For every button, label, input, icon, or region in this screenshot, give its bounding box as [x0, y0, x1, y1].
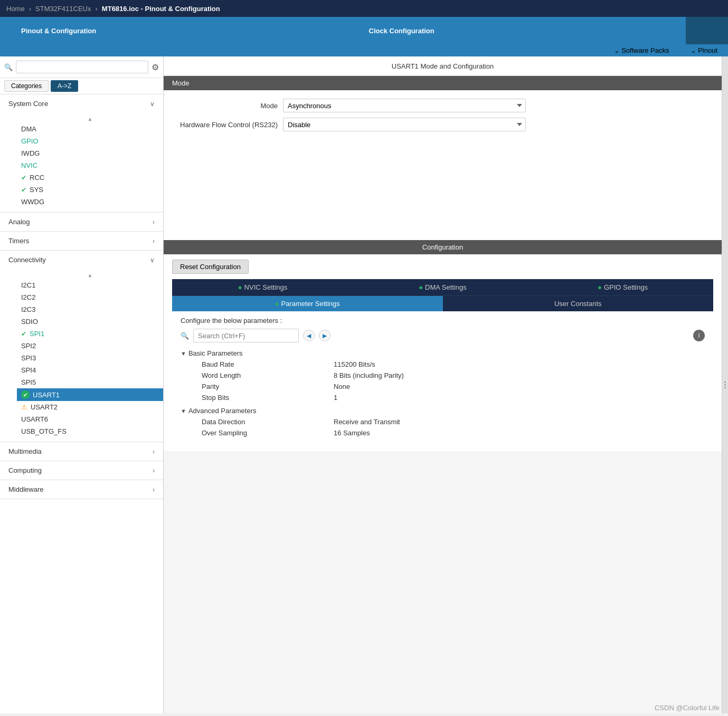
- check-icon-spi1: ✔: [21, 330, 26, 338]
- check-icon-sys: ✔: [21, 186, 26, 194]
- software-packs-link[interactable]: ⌄ Software Packs: [614, 46, 669, 54]
- basic-params-group: ▼ Basic Parameters Baud Rate 115200 Bits…: [181, 348, 705, 403]
- sidebar-item-spi5[interactable]: SPI5: [17, 376, 163, 388]
- mode-select[interactable]: Asynchronous Synchronous: [283, 99, 526, 112]
- warn-icon-usart2: ⚠: [21, 403, 27, 411]
- param-parity: Parity None: [181, 381, 705, 392]
- sidebar-item-nvic[interactable]: NVIC: [17, 159, 163, 171]
- settings-tabs-row1: ● NVIC Settings ● DMA Settings ● GPIO Se…: [172, 279, 713, 295]
- reset-config-button[interactable]: Reset Configuration: [172, 260, 249, 274]
- chevron-down-basic: ▼: [181, 350, 186, 357]
- right-handle[interactable]: [722, 56, 728, 713]
- tab-nvic-settings[interactable]: ● NVIC Settings: [173, 280, 353, 295]
- gear-icon[interactable]: ⚙: [152, 62, 159, 72]
- sidebar-item-dma[interactable]: DMA: [17, 123, 163, 135]
- param-baud-rate: Baud Rate 115200 Bits/s: [181, 359, 705, 370]
- scroll-up-conn[interactable]: ▲: [17, 271, 163, 279]
- sidebar-item-spi2[interactable]: SPI2: [17, 340, 163, 352]
- chevron-right-computing: ›: [153, 467, 155, 474]
- params-search-row: 🔍 ◀ ▶ i: [181, 329, 705, 342]
- tab-categories[interactable]: Categories: [4, 80, 49, 92]
- sidebar-item-spi1[interactable]: ✔ SPI1: [17, 328, 163, 340]
- sidebar-item-usart1[interactable]: ✔ USART1: [17, 388, 163, 401]
- sidebar-item-i2c1[interactable]: I2C1: [17, 279, 163, 291]
- config-body: Reset Configuration ● NVIC Settings ● DM…: [164, 254, 722, 451]
- breadcrumb-current: MT6816.ioc - Pinout & Configuration: [102, 5, 220, 13]
- connectivity-items: ▲ I2C1 I2C2 I2C3 SDIO ✔ SPI1 SPI2 SPI3 S…: [0, 269, 163, 442]
- section-analog: Analog ›: [0, 213, 163, 232]
- sidebar-item-sys[interactable]: ✔ SYS: [17, 184, 163, 196]
- params-label: Configure the below parameters :: [181, 317, 705, 324]
- params-search-input[interactable]: [193, 329, 299, 342]
- top-tabs: Pinout & Configuration Clock Configurati…: [0, 17, 728, 44]
- info-icon[interactable]: i: [693, 330, 705, 341]
- sidebar-item-rcc[interactable]: ✔ RCC: [17, 171, 163, 184]
- check-icon-gpio: ●: [598, 283, 602, 291]
- tab-pinout[interactable]: [686, 17, 728, 44]
- nav-prev-button[interactable]: ◀: [303, 330, 315, 341]
- section-multimedia-header[interactable]: Multimedia ›: [0, 442, 163, 461]
- breadcrumb: Home › STM32F411CEUx › MT6816.ioc - Pino…: [0, 0, 728, 17]
- mode-label: Mode: [172, 102, 278, 110]
- sidebar-item-gpio[interactable]: GPIO: [17, 135, 163, 147]
- sidebar-item-usart2[interactable]: ⚠ USART2: [17, 401, 163, 413]
- params-area: Configure the below parameters : 🔍 ◀ ▶ i…: [172, 311, 713, 446]
- sidebar-item-sdio[interactable]: SDIO: [17, 316, 163, 328]
- advanced-params-group: ▼ Advanced Parameters Data Direction Rec…: [181, 405, 705, 438]
- section-connectivity: Connectivity ∨ ▲ I2C1 I2C2 I2C3 SDIO ✔ S…: [0, 251, 163, 442]
- search-icon: 🔍: [4, 63, 13, 71]
- tab-row: Categories A->Z: [0, 78, 163, 94]
- mode-section: Mode Mode Asynchronous Synchronous Hardw…: [164, 76, 722, 240]
- hwflow-label: Hardware Flow Control (RS232): [172, 121, 278, 129]
- watermark: CSDN @Colorful Life: [655, 704, 720, 712]
- search-input[interactable]: [16, 61, 148, 73]
- param-word-length: Word Length 8 Bits (including Parity): [181, 370, 705, 381]
- basic-params-header[interactable]: ▼ Basic Parameters: [181, 348, 705, 359]
- sidebar-item-usart6[interactable]: USART6: [17, 413, 163, 425]
- sidebar-item-spi4[interactable]: SPI4: [17, 364, 163, 376]
- param-data-direction: Data Direction Receive and Transmit: [181, 416, 705, 427]
- advanced-params-header[interactable]: ▼ Advanced Parameters: [181, 405, 705, 416]
- chevron-right-icon-timers: ›: [153, 237, 155, 245]
- breadcrumb-home[interactable]: Home: [6, 5, 25, 13]
- chevron-down-advanced: ▼: [181, 408, 186, 414]
- breadcrumb-device[interactable]: STM32F411CEUx: [35, 5, 91, 13]
- sidebar: 🔍 ⚙ Categories A->Z System Core ∨ ▲ DMA …: [0, 56, 164, 713]
- check-circle-usart1: ✔: [21, 390, 30, 399]
- section-timers: Timers ›: [0, 232, 163, 251]
- section-middleware-header[interactable]: Middleware ›: [0, 480, 163, 499]
- mode-header: Mode: [164, 76, 722, 90]
- sub-nav: ⌄ Software Packs ⌄ Pinout: [0, 44, 728, 56]
- sidebar-item-spi3[interactable]: SPI3: [17, 352, 163, 364]
- sidebar-item-iwdg[interactable]: IWDG: [17, 147, 163, 159]
- content-area: USART1 Mode and Configuration Mode Mode …: [164, 56, 722, 713]
- sidebar-item-usb-otg[interactable]: USB_OTG_FS: [17, 425, 163, 437]
- scroll-up-arrow[interactable]: ▲: [17, 115, 163, 123]
- tab-az[interactable]: A->Z: [51, 80, 78, 92]
- hwflow-select[interactable]: Disable CTS Only: [283, 118, 526, 131]
- section-timers-header[interactable]: Timers ›: [0, 232, 163, 250]
- section-system-core-header[interactable]: System Core ∨: [0, 94, 163, 113]
- section-multimedia: Multimedia ›: [0, 442, 163, 461]
- section-connectivity-header[interactable]: Connectivity ∨: [0, 251, 163, 269]
- pinout-link[interactable]: ⌄ Pinout: [691, 46, 717, 54]
- nav-next-button[interactable]: ▶: [319, 330, 330, 341]
- configuration-section: Configuration Reset Configuration ● NVIC…: [164, 240, 722, 451]
- tab-pinout-config[interactable]: Pinout & Configuration: [0, 17, 117, 44]
- tab-user-constants[interactable]: User Constants: [443, 296, 714, 311]
- tab-parameter-settings[interactable]: ● Parameter Settings: [172, 296, 443, 311]
- section-analog-header[interactable]: Analog ›: [0, 213, 163, 231]
- tab-dma-settings[interactable]: ● DMA Settings: [353, 280, 533, 295]
- section-computing-header[interactable]: Computing ›: [0, 461, 163, 480]
- section-system-core: System Core ∨ ▲ DMA GPIO IWDG NVIC ✔: [0, 94, 163, 213]
- settings-tabs-row2: ● Parameter Settings User Constants: [172, 295, 713, 311]
- tab-clock-config[interactable]: Clock Configuration: [117, 17, 686, 44]
- sidebar-item-i2c3[interactable]: I2C3: [17, 303, 163, 316]
- check-icon-params: ●: [275, 300, 279, 308]
- sidebar-item-wwdg[interactable]: WWDG: [17, 196, 163, 208]
- mode-row: Mode Asynchronous Synchronous: [172, 99, 713, 112]
- tab-gpio-settings[interactable]: ● GPIO Settings: [533, 280, 713, 295]
- sidebar-item-i2c2[interactable]: I2C2: [17, 291, 163, 303]
- check-icon-rcc: ✔: [21, 174, 26, 182]
- check-icon-nvic: ●: [238, 283, 242, 291]
